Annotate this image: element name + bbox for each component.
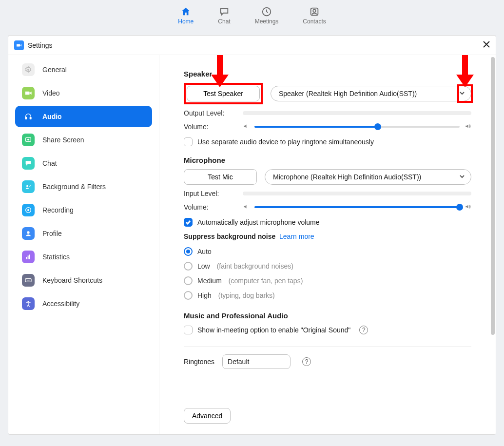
profile-icon xyxy=(22,227,35,240)
suppress-noise-title: Suppress background noise xyxy=(184,233,275,240)
window-title: Settings xyxy=(28,41,53,49)
svg-rect-12 xyxy=(28,255,29,259)
sidebar-item-share-screen[interactable]: Share Screen xyxy=(15,129,152,151)
chat-bubble-icon xyxy=(22,157,35,170)
svg-rect-20 xyxy=(217,55,223,75)
output-level-meter xyxy=(243,111,471,115)
input-level-meter xyxy=(243,192,471,195)
input-level-label: Input Level: xyxy=(184,190,235,197)
noise-radio-medium[interactable] xyxy=(184,276,193,285)
sidebar-item-label: Recording xyxy=(42,206,74,214)
original-sound-label: Show in-meeting option to enable "Origin… xyxy=(197,326,350,334)
sidebar-item-audio[interactable]: Audio xyxy=(15,106,152,127)
help-icon[interactable]: ? xyxy=(359,326,368,334)
original-sound-checkbox[interactable] xyxy=(184,326,193,334)
advanced-button[interactable]: Advanced xyxy=(184,408,231,424)
contacts-icon xyxy=(309,6,320,17)
home-icon xyxy=(180,6,191,17)
topbar-label: Chat xyxy=(218,18,230,25)
speaker-dropdown[interactable]: Speaker (Realtek High Definition Audio(S… xyxy=(271,86,471,101)
sidebar-item-statistics[interactable]: Statistics xyxy=(15,246,152,268)
statistics-icon xyxy=(22,251,35,263)
svg-rect-18 xyxy=(27,281,29,281)
svg-point-10 xyxy=(27,231,29,233)
noise-radio-low[interactable] xyxy=(184,262,193,271)
svg-rect-4 xyxy=(25,117,27,119)
sidebar-item-chat[interactable]: Chat xyxy=(15,153,152,174)
clock-icon xyxy=(261,6,272,17)
sidebar-item-label: Background & Filters xyxy=(42,183,106,191)
keyboard-icon xyxy=(22,274,35,287)
topbar-contacts[interactable]: Contacts xyxy=(303,6,326,25)
noise-hint: (faint background noises) xyxy=(217,262,293,270)
volume-min-icon xyxy=(243,203,250,212)
svg-rect-11 xyxy=(26,257,27,259)
mic-volume-slider[interactable] xyxy=(254,202,460,212)
topbar-home[interactable]: Home xyxy=(178,6,194,25)
svg-point-15 xyxy=(26,280,27,280)
svg-point-19 xyxy=(28,301,29,302)
titlebar: Settings xyxy=(8,36,496,55)
noise-label: High xyxy=(197,291,212,299)
topbar-chat[interactable]: Chat xyxy=(218,6,230,25)
chat-icon xyxy=(219,6,230,17)
separate-device-checkbox[interactable] xyxy=(184,137,193,146)
ringtones-label: Ringtones xyxy=(184,358,214,366)
svg-rect-5 xyxy=(30,117,31,119)
volume-max-icon xyxy=(465,123,471,131)
topbar-label: Home xyxy=(178,18,194,25)
auto-adjust-checkbox[interactable] xyxy=(184,218,193,227)
microphone-dropdown[interactable]: Microphone (Realtek High Definition Audi… xyxy=(265,169,471,185)
topbar-label: Contacts xyxy=(303,18,326,25)
sidebar-item-accessibility[interactable]: Accessibility xyxy=(15,293,152,314)
svg-point-16 xyxy=(28,280,28,280)
sidebar-item-label: Audio xyxy=(42,113,62,120)
noise-radio-auto[interactable] xyxy=(184,247,193,256)
ringtones-dropdown[interactable]: Default xyxy=(222,354,291,369)
annotation-arrow-right xyxy=(456,55,474,89)
svg-rect-21 xyxy=(462,55,468,75)
auto-adjust-label: Automatically adjust microphone volume xyxy=(197,218,320,226)
noise-label: Low xyxy=(197,262,210,270)
learn-more-link[interactable]: Learn more xyxy=(279,233,314,240)
recording-icon xyxy=(22,204,35,216)
sidebar-item-general[interactable]: General xyxy=(15,59,152,80)
sidebar-item-profile[interactable]: Profile xyxy=(15,223,152,244)
sidebar-item-label: Profile xyxy=(42,230,62,237)
topbar-label: Meetings xyxy=(255,18,279,25)
mic-volume-label: Volume: xyxy=(184,203,235,211)
help-icon[interactable]: ? xyxy=(302,357,311,366)
sidebar-item-shortcuts[interactable]: Keyboard Shortcuts xyxy=(15,270,152,291)
background-icon xyxy=(22,180,35,193)
video-icon xyxy=(22,87,35,99)
sidebar-item-label: Accessibility xyxy=(42,300,79,308)
topbar-meetings[interactable]: Meetings xyxy=(255,6,279,25)
noise-hint: (computer fan, pen taps) xyxy=(229,277,303,285)
speaker-dropdown-value: Speaker (Realtek High Definition Audio(S… xyxy=(279,90,417,97)
svg-point-3 xyxy=(27,69,29,71)
close-button[interactable] xyxy=(483,41,490,49)
footer: Advanced xyxy=(159,401,496,434)
output-level-label: Output Level: xyxy=(184,109,235,117)
svg-rect-14 xyxy=(25,279,31,282)
microphone-section-title: Microphone xyxy=(184,156,471,164)
svg-point-7 xyxy=(26,185,28,187)
svg-point-2 xyxy=(313,9,316,12)
noise-label: Medium xyxy=(197,277,222,285)
sidebar-item-video[interactable]: Video xyxy=(15,82,152,104)
gear-icon xyxy=(22,63,35,76)
headphones-icon xyxy=(22,110,35,123)
noise-radio-high[interactable] xyxy=(184,291,193,300)
volume-min-icon xyxy=(243,123,250,131)
annotation-arrow-left xyxy=(211,55,229,89)
sidebar-item-label: Share Screen xyxy=(42,136,84,144)
test-mic-button[interactable]: Test Mic xyxy=(184,169,257,185)
chevron-down-icon xyxy=(459,173,465,181)
sidebar-item-label: Statistics xyxy=(42,253,70,261)
sidebar-item-recording[interactable]: Recording xyxy=(15,199,152,221)
scrollbar[interactable] xyxy=(491,57,495,335)
svg-point-17 xyxy=(29,280,29,280)
music-section-title: Music and Professional Audio xyxy=(184,311,471,320)
speaker-volume-slider[interactable] xyxy=(254,122,460,132)
sidebar-item-background[interactable]: Background & Filters xyxy=(15,176,152,197)
